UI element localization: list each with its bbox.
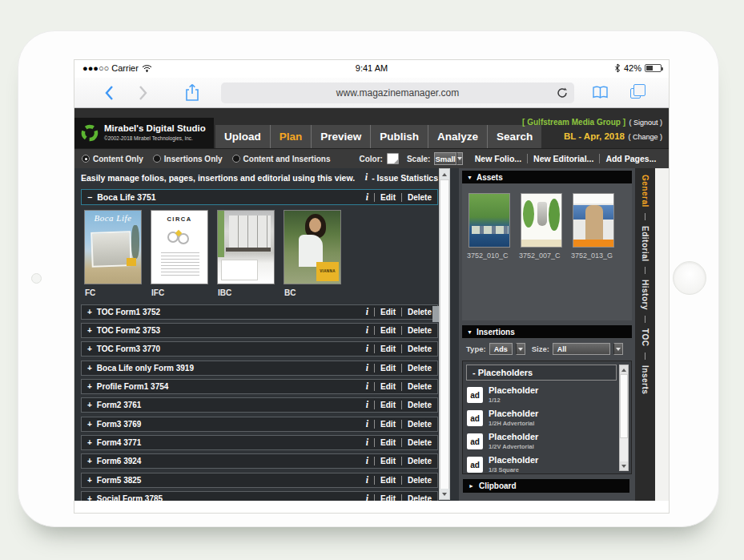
page-thumbnail-fc[interactable]: Boca Life (84, 210, 142, 284)
collapse-triangle-icon[interactable]: ▼ (467, 329, 473, 335)
info-icon[interactable]: i (366, 343, 368, 355)
collapse-triangle-icon[interactable]: ▼ (467, 175, 473, 180)
edit-button[interactable]: Edit (380, 344, 396, 353)
page-thumbnail-bc[interactable]: VIANNA (284, 210, 341, 284)
expand-icon[interactable]: + (87, 401, 92, 409)
info-icon[interactable]: i (366, 306, 368, 318)
expand-icon[interactable]: + (87, 344, 92, 353)
size-dropdown-arrow[interactable] (613, 343, 623, 355)
settings-button[interactable]: Settings (662, 154, 669, 163)
edit-button[interactable]: Edit (380, 364, 396, 373)
delete-button[interactable]: Delete (408, 344, 432, 353)
radio-content-and-insertions[interactable] (232, 155, 240, 163)
edit-button[interactable]: Edit (380, 193, 396, 202)
info-icon[interactable]: i (366, 493, 368, 501)
info-icon[interactable]: i (366, 362, 368, 374)
delete-button[interactable]: Delete (408, 193, 432, 202)
info-icon[interactable]: i (366, 191, 368, 203)
nav-tab-analyze[interactable]: Analyze (428, 125, 487, 148)
edit-button[interactable]: Edit (380, 308, 396, 316)
back-button[interactable] (105, 85, 114, 101)
scroll-down-arrow[interactable] (620, 461, 628, 470)
delete-button[interactable]: Delete (408, 420, 432, 429)
expand-icon[interactable]: + (87, 364, 92, 373)
type-dropdown-arrow[interactable] (516, 343, 525, 355)
change-issue-link[interactable]: ( Change ) (628, 133, 662, 141)
side-tab-toc[interactable]: TOC (641, 328, 649, 346)
media-group-link[interactable]: [ Gulfstream Media Group ] (522, 118, 625, 127)
bookmarks-icon[interactable] (592, 86, 609, 99)
delete-button[interactable]: Delete (408, 476, 432, 485)
placeholders-scrollbar[interactable] (619, 365, 629, 471)
scale-select[interactable]: Small (434, 152, 456, 165)
clipboard-header[interactable]: ► Clipboard (463, 479, 629, 493)
side-tab-inserts[interactable]: Inserts (641, 365, 649, 394)
insertions-header[interactable]: ▼ Insertions (462, 325, 632, 338)
scroll-up-arrow[interactable] (620, 365, 628, 374)
scrollbar-thumb[interactable] (620, 374, 628, 438)
radio-insertions-only[interactable] (153, 155, 161, 163)
expand-icon[interactable]: + (87, 382, 92, 391)
radio-content-and-insertions-label[interactable]: Content and Insertions (243, 155, 331, 163)
signout-link[interactable]: ( Signout ) (629, 119, 662, 127)
add-pages-button[interactable]: Add Pages... (599, 154, 662, 163)
expand-icon[interactable]: + (87, 438, 92, 447)
edit-button[interactable]: Edit (380, 457, 396, 465)
scale-dropdown-arrow[interactable] (456, 152, 463, 165)
form-row[interactable]: + TOC Form2 3753 iEditDelete (81, 323, 438, 338)
page-thumbnail-ibc[interactable] (217, 210, 275, 284)
forward-button[interactable] (139, 85, 147, 101)
edit-button[interactable]: Edit (380, 476, 396, 485)
nav-tab-publish[interactable]: Publish (370, 125, 428, 148)
edit-button[interactable]: Edit (380, 382, 396, 391)
expand-icon[interactable]: + (87, 494, 92, 501)
info-icon[interactable]: i (366, 381, 368, 393)
placeholder-item[interactable]: ad Placeholder1/3 Square (467, 454, 617, 474)
placeholder-item[interactable]: ad Placeholder1/2V Advertorial (467, 431, 617, 452)
form-row[interactable]: + Form2 3761 iEditDelete (81, 397, 438, 413)
form-row[interactable]: + Profile Form1 3754 iEditDelete (81, 379, 438, 394)
form-row[interactable]: + TOC Form3 3770 iEditDelete (81, 341, 438, 357)
tabs-icon[interactable] (630, 88, 641, 99)
info-icon[interactable]: i (366, 418, 368, 430)
collapse-icon[interactable]: − (87, 192, 92, 202)
info-icon[interactable]: i (366, 437, 368, 449)
form-row[interactable]: + Form3 3769 iEditDelete (81, 417, 438, 432)
side-tab-general[interactable]: General (641, 175, 649, 207)
placeholder-item[interactable]: ad Placeholder1/2H Advertorial (467, 408, 617, 429)
scroll-up-arrow[interactable] (440, 169, 449, 179)
expand-icon[interactable]: + (87, 476, 92, 485)
main-scrollbar[interactable] (439, 168, 450, 500)
share-icon[interactable] (185, 83, 199, 102)
radio-content-only-label[interactable]: Content Only (93, 155, 143, 163)
delete-button[interactable]: Delete (408, 438, 432, 447)
new-editorial-button[interactable]: New Editorial... (527, 154, 599, 163)
delete-button[interactable]: Delete (408, 364, 432, 373)
folio-header-boca-life[interactable]: − Boca Life 3751 i Edit Delete (81, 189, 438, 205)
side-tab-editorial[interactable]: Editorial (641, 226, 649, 262)
expand-triangle-icon[interactable]: ► (469, 483, 474, 489)
placeholders-group-header[interactable]: - Placeholders (466, 365, 617, 381)
edit-button[interactable]: Edit (380, 494, 396, 501)
info-icon[interactable]: i (366, 455, 368, 467)
radio-insertions-only-label[interactable]: Insertions Only (164, 155, 223, 163)
asset-thumbnail[interactable] (469, 193, 510, 248)
scrollbar-thumb[interactable] (440, 179, 449, 490)
delete-button[interactable]: Delete (408, 382, 432, 391)
nav-tab-plan[interactable]: Plan (270, 125, 312, 148)
form-row[interactable]: + Form5 3825 iEditDelete (81, 473, 438, 488)
delete-button[interactable]: Delete (408, 401, 432, 409)
home-button[interactable] (673, 261, 706, 295)
side-tab-history[interactable]: History (641, 280, 649, 310)
url-input[interactable] (221, 83, 574, 103)
color-swatch[interactable] (387, 153, 399, 164)
edit-button[interactable]: Edit (380, 326, 396, 335)
radio-content-only[interactable] (82, 155, 90, 163)
form-row[interactable]: + TOC Form1 3752 iEditDelete (81, 304, 438, 320)
edit-button[interactable]: Edit (380, 420, 396, 429)
info-icon[interactable]: i (366, 324, 368, 336)
address-bar[interactable] (221, 83, 574, 103)
new-folio-button[interactable]: New Folio... (469, 154, 527, 163)
nav-tab-preview[interactable]: Preview (311, 125, 370, 148)
form-row[interactable]: + Boca Life only Form 3919 iEditDelete (81, 361, 438, 376)
